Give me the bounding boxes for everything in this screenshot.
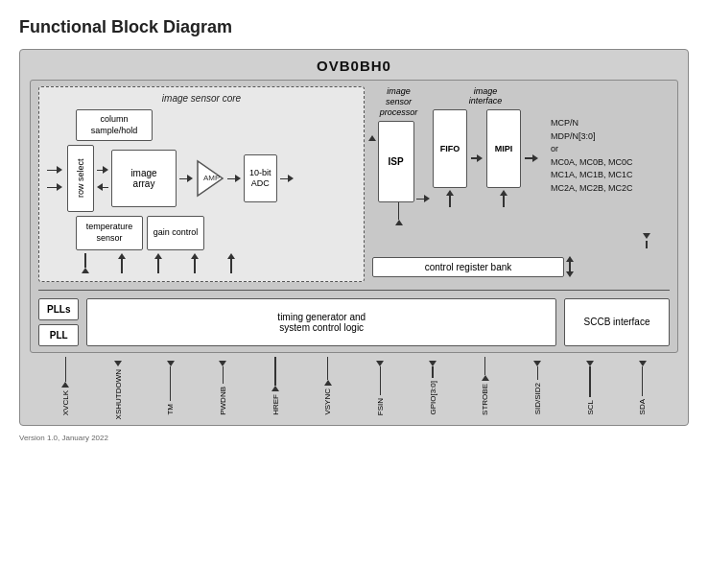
image-interface-label: imageinterface xyxy=(433,86,538,106)
signal-label-fsin: FSIN xyxy=(376,398,385,415)
input-arrows xyxy=(47,166,62,191)
signal-pwdnb: PWDNB xyxy=(197,357,249,415)
signal-label-strobe: STROBE xyxy=(481,384,489,415)
signal-xvclk: XVCLK xyxy=(39,357,92,415)
amp-block: AMP xyxy=(196,159,224,198)
signal-scl: SCL xyxy=(564,357,617,415)
image-sensor-core-box: image sensor core column sample/hold xyxy=(38,86,365,282)
signal-label-tm: TM xyxy=(166,404,175,415)
crb-row xyxy=(372,233,670,248)
row-select-block: row select xyxy=(67,145,94,212)
image-interface-section: imageinterface FIFO xyxy=(433,86,538,207)
svg-text:AMP: AMP xyxy=(203,174,220,182)
right-group: imagesensorprocessor ISP xyxy=(372,86,670,277)
plls-block: PLLs xyxy=(38,298,79,320)
signal-href: HREF xyxy=(249,357,302,415)
inner-chip-box: image sensor core column sample/hold xyxy=(30,80,678,353)
mcp-label: MCP/N MDP/N[3:0] or MC0A, MC0B, MC0C MC1… xyxy=(551,117,633,195)
image-array-block: imagearray xyxy=(111,150,177,207)
right-top-row: imagesensorprocessor ISP xyxy=(372,86,670,225)
adc-block: 10-bit ADC xyxy=(244,154,277,202)
sccb-block: SCCB interface xyxy=(564,298,670,346)
signal-label-vsync: VSYNC xyxy=(323,388,332,415)
isp-section: imagesensorprocessor ISP xyxy=(372,86,425,225)
signal-xshutdown: XSHUTDOWN xyxy=(92,357,145,415)
chip-outer-box: OVB0BH0 image sensor core column sample/… xyxy=(19,49,689,426)
signal-label-href: HREF xyxy=(271,394,280,415)
signal-gpio: GPIO[3:0] xyxy=(407,357,460,415)
control-register-bank-box: control register bank xyxy=(372,257,564,277)
bottom-section: PLLs PLL timing generator and system con… xyxy=(38,298,670,346)
gain-control-block: gain control xyxy=(147,216,204,249)
signal-fsin: FSIN xyxy=(354,357,407,415)
version-text: Version 1.0, January 2022 xyxy=(19,434,689,442)
column-sample-hold-block: column sample/hold xyxy=(76,109,153,141)
signal-label-gpio: GPIO[3:0] xyxy=(429,381,437,415)
signal-label-scl: SCL xyxy=(586,400,595,415)
fifo-block: FIFO xyxy=(433,109,467,188)
isp-label: imagesensorprocessor xyxy=(380,86,418,117)
signal-strobe: STROBE xyxy=(459,357,511,415)
top-content-row: image sensor core column sample/hold xyxy=(38,86,670,282)
timing-block: timing generator and system control logi… xyxy=(86,298,556,346)
temperature-sensor-block: temperature sensor xyxy=(76,216,143,249)
isc-label: image sensor core xyxy=(47,93,356,104)
mipi-block: MIPI xyxy=(486,109,521,188)
chip-label: OVB0BH0 xyxy=(30,58,678,74)
signal-label-sda: SDA xyxy=(638,399,647,414)
signal-label-xshutdown: XSHUTDOWN xyxy=(114,369,123,419)
page-title: Functional Block Diagram xyxy=(19,17,689,37)
signal-label-sid: SID/SID2 xyxy=(533,383,542,414)
signal-tm: TM xyxy=(144,357,197,415)
pll-block: PLL xyxy=(38,324,79,346)
signal-sda: SDA xyxy=(616,357,669,415)
signal-label-pwdnb: PWDNB xyxy=(219,387,227,415)
signal-label-xvclk: XVCLK xyxy=(61,390,70,415)
isp-block: ISP xyxy=(378,121,414,202)
plls-group: PLLs PLL xyxy=(38,298,79,346)
signal-sid: SID/SID2 xyxy=(511,357,564,415)
signals-container: XVCLK XSHUTDOWN TM PWDNB HREF VSYNC xyxy=(30,353,678,415)
signal-vsync: VSYNC xyxy=(301,357,354,415)
